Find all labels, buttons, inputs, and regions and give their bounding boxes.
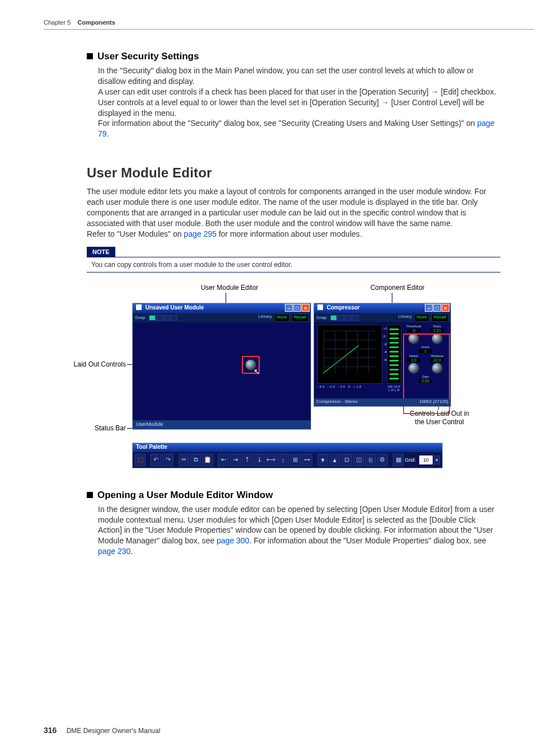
snap-button[interactable]	[156, 315, 163, 321]
ungroup-icon[interactable]: ◫	[353, 454, 364, 466]
grid-input[interactable]: 10	[419, 456, 433, 464]
user-module-window: Unsaved User Module – □ × Snap	[132, 303, 311, 430]
properties-icon[interactable]: ⚙	[377, 454, 388, 466]
window-body[interactable]: ↖	[133, 322, 311, 420]
body-paragraph: Refer to "User Modules" on page 295 for …	[87, 229, 500, 240]
note-label: NOTE	[87, 247, 115, 257]
lock-icon[interactable]: ⎘	[365, 454, 376, 466]
component-footer-left: Compressor - Stereo	[316, 399, 358, 406]
page-link[interactable]: page 230	[98, 547, 130, 556]
label-controls-laid-out: Controls Laid Out in the User Control	[406, 410, 473, 427]
component-editor-window: Compressor – □ × Snap	[313, 303, 451, 407]
close-icon[interactable]: ×	[302, 304, 310, 312]
leader-line	[226, 293, 226, 303]
bring-front-icon[interactable]: ▲	[329, 454, 340, 466]
diagram: User Module Editor Component Editor Laid…	[59, 284, 473, 468]
snap-button[interactable]	[171, 315, 177, 321]
grid-toggle-icon[interactable]: ▦	[393, 454, 404, 466]
threshold-knob[interactable]	[408, 333, 419, 344]
release-value: 22.0	[430, 358, 444, 362]
page-number: 316	[44, 726, 57, 735]
window-title: Compressor	[327, 304, 360, 311]
note-box: NOTE You can copy controls from a user m…	[87, 246, 500, 273]
attack-knob[interactable]	[408, 363, 419, 374]
ratio-knob[interactable]	[432, 333, 443, 344]
redo-icon[interactable]: ↷	[162, 454, 173, 466]
align-left-icon[interactable]: ⇤	[218, 454, 228, 466]
compressor-graph[interactable]	[317, 325, 382, 384]
body-paragraph: The user module editor lets you make a l…	[87, 186, 500, 229]
grid-label: Grid:	[405, 457, 416, 463]
snap-button[interactable]	[345, 315, 352, 321]
body-paragraph: In the designer window, the user module …	[98, 504, 500, 557]
page-link[interactable]: page 295	[184, 229, 216, 238]
align-vcenter-icon[interactable]: ↕	[278, 454, 288, 466]
close-icon[interactable]: ×	[442, 304, 449, 312]
align-top-icon[interactable]: ⤒	[242, 454, 252, 466]
grid-dropdown-icon[interactable]: ▾	[434, 456, 440, 464]
section-label: Components	[78, 19, 115, 26]
section-user-security: User Security Settings In the "Security"…	[87, 51, 500, 139]
release-label: Release	[431, 354, 443, 358]
recall-button[interactable]: Recall	[432, 314, 448, 322]
link-icon[interactable]: ⊶	[302, 454, 312, 466]
grout-label: GR OUT	[387, 385, 401, 389]
meters	[387, 325, 401, 384]
align-right-icon[interactable]: ⇥	[230, 454, 241, 466]
h3-title: Opening a User Module Editor Window	[97, 490, 273, 500]
page-link[interactable]: page 300	[217, 536, 249, 545]
maximize-icon[interactable]: □	[433, 304, 441, 312]
snap-label: Snap	[316, 315, 327, 320]
undo-icon[interactable]: ↶	[151, 454, 161, 466]
attack-value: 1.0	[407, 358, 420, 362]
gain-value: 0.00	[419, 379, 432, 383]
copy-icon[interactable]: ⧉	[190, 454, 201, 466]
maximize-icon[interactable]: □	[293, 304, 301, 312]
cut-icon[interactable]: ✂	[179, 454, 189, 466]
align-hcenter-icon[interactable]: ⟷	[266, 454, 277, 466]
snap-button[interactable]	[149, 315, 156, 321]
snap-button[interactable]	[330, 315, 337, 321]
square-bullet-icon	[87, 53, 93, 59]
library-label: Library	[398, 314, 411, 322]
header-rule	[44, 29, 534, 30]
store-button[interactable]: Store	[274, 314, 289, 322]
tool-palette-title[interactable]: Tool Palette	[133, 443, 442, 452]
knee-value: 2	[419, 349, 432, 353]
graph-x-ticks: -60 -40 -20 0 +18	[317, 385, 362, 388]
square-bullet-icon	[87, 492, 93, 498]
group-icon[interactable]: ⊡	[341, 454, 352, 466]
status-bar: UserModule	[133, 420, 311, 429]
knee-label: Knee	[421, 345, 429, 349]
page-footer: 316 DME Designer Owner's Manual	[44, 726, 160, 735]
recall-button[interactable]: Recall	[292, 314, 308, 322]
snap-button[interactable]	[338, 315, 344, 321]
chapter-label: Chapter 5	[44, 19, 71, 26]
distribute-icon[interactable]: ⊞	[290, 454, 301, 466]
leader-line	[392, 293, 392, 303]
window-title: Unsaved User Module	[146, 304, 204, 311]
h2-title: User Module Editor	[87, 165, 500, 181]
gain-label: Gain	[422, 375, 429, 378]
window-titlebar[interactable]: Compressor – □ ×	[314, 303, 451, 313]
release-knob[interactable]	[432, 363, 443, 374]
minimize-icon[interactable]: –	[285, 304, 293, 312]
snap-label: Snap	[135, 315, 146, 320]
cursor-icon: ↖	[254, 367, 260, 376]
align-bottom-icon[interactable]: ⤓	[254, 454, 264, 466]
minimize-icon[interactable]: –	[425, 304, 433, 312]
component-body: -60 -40 -20 0 +18 +18 0 -20 -40 -60 GR O…	[314, 322, 451, 406]
h3-title: User Security Settings	[97, 51, 199, 62]
snap-button[interactable]	[163, 315, 170, 321]
ratio-value: 2.51	[430, 328, 444, 332]
label-status-bar: Status Bar	[81, 424, 126, 432]
snap-button[interactable]	[352, 315, 359, 321]
select-tool-icon[interactable]: ⬚	[135, 454, 146, 466]
window-toolbar: Snap Library Store Recall	[133, 313, 311, 322]
paste-icon[interactable]: 📋	[202, 454, 213, 466]
store-button[interactable]: Store	[414, 314, 429, 322]
window-titlebar[interactable]: Unsaved User Module – □ ×	[133, 303, 311, 313]
send-back-icon[interactable]: ▼	[317, 454, 328, 466]
ratio-label: Ratio	[433, 325, 441, 328]
section-user-module-editor: User Module Editor The user module edito…	[87, 165, 500, 468]
